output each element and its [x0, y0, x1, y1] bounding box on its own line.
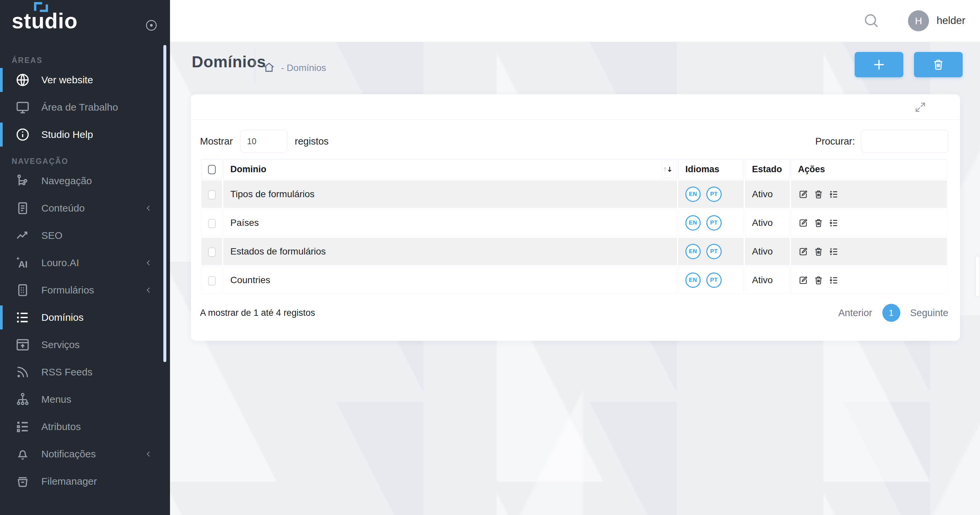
expand-icon[interactable] — [914, 101, 927, 114]
header-divider — [255, 48, 255, 82]
show-label: Mostrar — [200, 136, 233, 147]
row-checkbox[interactable] — [208, 190, 216, 200]
language-badge-pt[interactable]: PT — [706, 215, 722, 231]
table-controls: Mostrar 10 registos Procurar: — [200, 130, 948, 152]
sitemap-icon — [15, 392, 30, 407]
svg-text:AI: AI — [18, 259, 28, 269]
document-icon — [15, 201, 30, 216]
card-header — [191, 94, 960, 120]
sidebar-item-ver-website[interactable]: Ver website — [0, 66, 170, 93]
sidebar-item-rss-feeds[interactable]: RSS Feeds — [0, 358, 170, 386]
sidebar-section-areas: ÁREAS — [12, 56, 170, 65]
table-row: Países EN PT Ativo — [201, 209, 947, 236]
active-indicator — [0, 68, 3, 92]
row-checkbox[interactable] — [208, 219, 216, 228]
details-icon[interactable] — [829, 275, 839, 285]
column-header-status[interactable]: Estado — [745, 159, 790, 179]
sidebar-item-label: Notificações — [41, 448, 95, 460]
page-size-select[interactable]: 10 — [240, 130, 287, 152]
sidebar-item-atributos[interactable]: Atributos — [0, 413, 170, 441]
sidebar-item-label: Filemanager — [41, 476, 97, 487]
active-indicator — [0, 123, 3, 147]
domain-name: Tipos de formulários — [223, 181, 677, 208]
sidebar-item-formularios[interactable]: Formulários — [0, 276, 170, 304]
page-scrollbar-thumb[interactable] — [976, 257, 979, 296]
sidebar-item-dominios[interactable]: Domínios — [0, 304, 170, 331]
pagination-page-1[interactable]: 1 — [882, 304, 900, 322]
sidebar-item-menus[interactable]: Menus — [0, 386, 170, 413]
status-badge: Ativo — [745, 181, 790, 208]
active-indicator — [0, 306, 3, 330]
chevron-left-icon — [145, 286, 153, 294]
sidebar-item-label: Ver website — [41, 74, 93, 86]
language-badge-en[interactable]: EN — [685, 187, 701, 202]
delete-icon[interactable] — [813, 189, 824, 200]
records-summary: A mostrar de 1 até 4 registos — [200, 308, 315, 318]
sidebar-item-navegacao[interactable]: Navegação — [0, 167, 170, 195]
chevron-left-icon — [145, 450, 153, 458]
sidebar-item-area-de-trabalho[interactable]: Área de Trabalho — [0, 93, 170, 121]
details-icon[interactable] — [829, 247, 839, 257]
table-header-row: Dominio Idiomas Estado Ações — [201, 159, 947, 179]
delete-icon[interactable] — [813, 218, 824, 228]
sidebar-item-servicos[interactable]: Serviços — [0, 331, 170, 358]
search-icon[interactable] — [863, 12, 880, 29]
edit-icon[interactable] — [798, 275, 808, 285]
breadcrumb[interactable]: - Domínios — [281, 63, 326, 73]
sidebar-item-notificacoes[interactable]: Notificações — [0, 441, 170, 468]
brand-logo[interactable]: studio — [12, 9, 78, 33]
datatable-card: Mostrar 10 registos Procurar: Dominio — [191, 94, 960, 341]
sidebar-item-studio-help[interactable]: Studio Help — [0, 121, 170, 148]
pagination-previous[interactable]: Anterior — [838, 307, 872, 319]
sidebar-toggle-icon[interactable] — [145, 19, 158, 32]
details-icon[interactable] — [829, 218, 839, 228]
row-checkbox[interactable] — [208, 276, 216, 285]
list-icon — [15, 310, 30, 325]
language-badge-en[interactable]: EN — [685, 215, 701, 231]
column-header-languages[interactable]: Idiomas — [678, 159, 744, 179]
language-badge-pt[interactable]: PT — [706, 244, 722, 259]
select-all-checkbox[interactable] — [208, 165, 216, 174]
language-badge-pt[interactable]: PT — [706, 187, 722, 202]
edit-icon[interactable] — [798, 218, 808, 228]
status-badge: Ativo — [745, 266, 790, 294]
column-header-domain[interactable]: Dominio — [230, 164, 266, 174]
sidebar-item-conteudo[interactable]: Conteúdo — [0, 195, 170, 222]
sidebar-item-label: Studio Help — [41, 129, 93, 140]
pagination-next[interactable]: Seguinte — [910, 307, 949, 319]
delete-icon[interactable] — [813, 247, 824, 257]
edit-icon[interactable] — [798, 189, 808, 200]
plus-icon — [871, 57, 887, 72]
table-search-input[interactable] — [861, 130, 948, 152]
sidebar-item-seo[interactable]: SEO — [0, 222, 170, 249]
add-button[interactable] — [855, 52, 903, 77]
branch-icon — [15, 173, 30, 189]
user-name[interactable]: helder — [937, 15, 965, 27]
language-badge-en[interactable]: EN — [685, 244, 701, 259]
sidebar-item-label: Área de Trabalho — [41, 101, 118, 113]
details-icon[interactable] — [829, 189, 839, 200]
main-content: Domínios - Domínios Mostrar 10 registos … — [170, 42, 980, 515]
language-badge-en[interactable]: EN — [685, 273, 701, 288]
chevron-left-icon — [145, 259, 153, 267]
edit-icon[interactable] — [798, 247, 808, 257]
delete-icon[interactable] — [813, 275, 824, 285]
user-avatar[interactable]: H — [908, 10, 929, 31]
table-row: Tipos de formulários EN PT Ativo — [201, 181, 947, 208]
sidebar-item-filemanager[interactable]: Filemanager — [0, 468, 170, 495]
sidebar-item-louro-ai[interactable]: AI Louro.AI — [0, 249, 170, 276]
sort-toggle[interactable] — [661, 160, 674, 178]
column-header-actions[interactable]: Ações — [791, 159, 947, 179]
row-checkbox[interactable] — [208, 247, 216, 257]
delete-selected-button[interactable] — [914, 52, 963, 77]
checklist-icon — [15, 419, 30, 434]
globe-icon — [15, 72, 30, 88]
language-badge-pt[interactable]: PT — [706, 273, 722, 288]
domains-table: Dominio Idiomas Estado Ações Tipos de fo… — [200, 158, 948, 295]
status-badge: Ativo — [745, 209, 790, 236]
bell-icon — [15, 446, 30, 462]
table-footer: A mostrar de 1 até 4 registos Anterior 1… — [200, 304, 948, 322]
topbar: H helder — [170, 0, 980, 42]
home-icon[interactable] — [262, 61, 276, 74]
logo-row: studio — [0, 0, 170, 42]
